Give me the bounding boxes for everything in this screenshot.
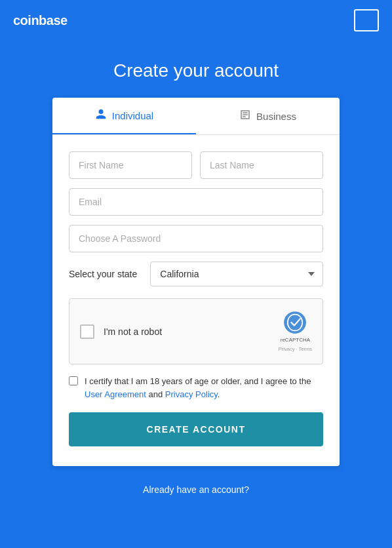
state-select[interactable]: AlabamaAlaskaArizonaArkansasCaliforniaCo… [150, 262, 323, 286]
footer-already-text: Already have an account? [0, 484, 392, 495]
form-body: Select your state AlabamaAlaskaArizonaAr… [52, 151, 340, 446]
recaptcha-checkbox[interactable] [80, 324, 94, 339]
recaptcha-box: I'm not a robot reCAPTCHA Privacy · Term… [69, 298, 323, 364]
recaptcha-left: I'm not a robot [80, 324, 162, 339]
email-row [69, 188, 323, 216]
account-type-tabs: Individual Business [52, 98, 340, 135]
password-row [69, 225, 323, 252]
certify-text-before: I certify that I am 18 years of age or o… [85, 376, 311, 386]
recaptcha-links: Privacy · Terms [279, 346, 312, 352]
state-row: Select your state AlabamaAlaskaArizonaAr… [69, 262, 323, 286]
certify-text-middle: and [146, 389, 165, 399]
user-agreement-link[interactable]: User Agreement [85, 389, 146, 399]
create-account-button[interactable]: CREATE ACCOUNT [69, 412, 323, 446]
menu-button[interactable] [354, 9, 379, 31]
state-label: Select your state [69, 269, 137, 279]
name-row [69, 151, 323, 179]
header: coinbase [0, 0, 392, 41]
recaptcha-terms-link[interactable]: Terms [299, 346, 312, 352]
certify-text: I certify that I am 18 years of age or o… [85, 375, 323, 401]
recaptcha-right: reCAPTCHA Privacy · Terms [279, 311, 312, 352]
recaptcha-brand-text: reCAPTCHA [281, 337, 310, 343]
email-input[interactable] [69, 188, 323, 216]
recaptcha-privacy-link[interactable]: Privacy [279, 346, 295, 352]
page-title: Create your account [0, 60, 392, 81]
certify-row: I certify that I am 18 years of age or o… [69, 375, 323, 401]
first-name-input[interactable] [69, 151, 192, 179]
business-icon [239, 109, 251, 123]
tab-individual-label: Individual [112, 110, 153, 121]
recaptcha-text: I'm not a robot [104, 326, 162, 337]
password-input[interactable] [69, 225, 323, 252]
tab-business-label: Business [256, 111, 296, 122]
individual-icon [95, 108, 107, 123]
certify-checkbox[interactable] [69, 376, 78, 385]
recaptcha-logo-icon [283, 311, 307, 334]
tab-individual[interactable]: Individual [52, 98, 196, 134]
coinbase-logo: coinbase [13, 13, 68, 28]
privacy-policy-link[interactable]: Privacy Policy [165, 389, 218, 399]
create-account-card: Individual Business Select your s [52, 98, 340, 466]
last-name-input[interactable] [200, 151, 323, 179]
tab-business[interactable]: Business [196, 98, 340, 134]
certify-text-end: . [218, 389, 220, 399]
